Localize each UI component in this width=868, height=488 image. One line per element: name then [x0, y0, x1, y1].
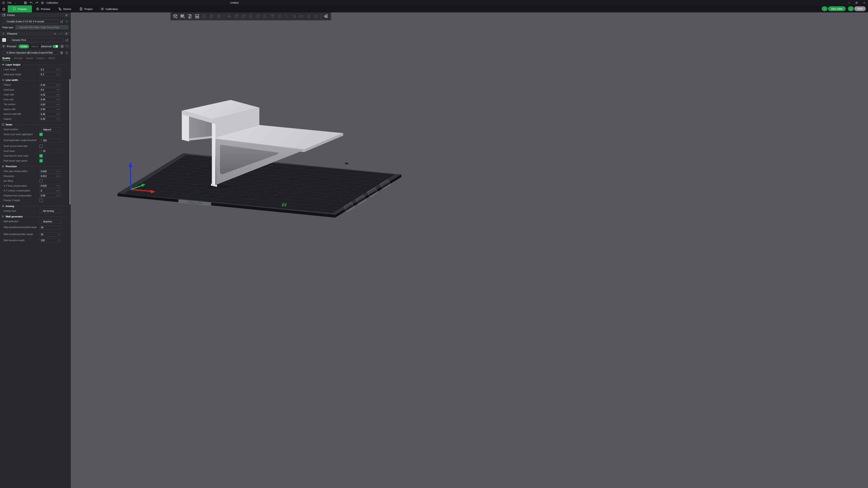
mirror-button[interactable] — [255, 13, 261, 20]
section-header-layer-height[interactable]: Layer height — [0, 62, 71, 67]
param-input[interactable]: 0.012mm — [39, 174, 61, 178]
filament-edit-icon[interactable] — [65, 38, 68, 42]
add-plate-button[interactable] — [179, 13, 186, 20]
scale-button[interactable] — [240, 13, 247, 20]
save-preset-icon[interactable] — [60, 51, 63, 55]
redo-icon[interactable] — [35, 1, 38, 4]
param-input[interactable]: 0.42mm — [39, 102, 61, 106]
advanced-toggle[interactable] — [53, 45, 58, 48]
split-to-parts-button[interactable] — [269, 13, 276, 20]
filament-slot-number[interactable]: 1 — [2, 38, 6, 42]
undo-icon[interactable] — [29, 1, 33, 4]
auto-orient-button[interactable]: AUTO — [187, 13, 193, 20]
printer-edit-icon[interactable] — [60, 20, 63, 23]
param-input[interactable]: 0.05mm — [39, 193, 61, 198]
spinner-arrows[interactable]: ∧∨ — [41, 150, 41, 152]
process-tab-strength[interactable]: Strength — [14, 57, 23, 61]
checkbox-checked[interactable]: ✓ — [39, 154, 43, 158]
param-input[interactable]: 25% — [39, 232, 61, 236]
scope-objects[interactable]: Objects — [29, 44, 41, 48]
printer-settings-gear-icon[interactable] — [64, 13, 68, 17]
measure-button[interactable] — [298, 13, 305, 20]
process-preset-select[interactable]: ⌄ 0.20mm Standard @Creality Ender3V3KE — [2, 51, 58, 55]
cut-button[interactable] — [276, 13, 283, 20]
paste-button[interactable]: P — [208, 13, 215, 20]
search-preset-icon[interactable] — [65, 51, 68, 55]
tab-preview[interactable]: Preview — [32, 5, 54, 12]
param-input[interactable]: 0.42mm — [39, 83, 61, 87]
calibration-crosshair-icon[interactable] — [41, 1, 44, 4]
param-input[interactable]: 0mm — [39, 189, 61, 193]
split-to-objects-button[interactable] — [262, 13, 269, 20]
param-input[interactable]: 0.025mm — [39, 184, 61, 188]
param-input[interactable]: 0.2mm — [39, 68, 61, 72]
home-icon[interactable] — [0, 5, 8, 12]
param-input[interactable]: 0.2mm — [39, 72, 61, 76]
section-header-seam[interactable]: Seam — [0, 122, 71, 127]
tab-prepare[interactable]: Prepare — [8, 5, 32, 12]
param-input[interactable]: 0.42mm — [39, 117, 61, 121]
process-tab-speed[interactable]: Speed — [26, 57, 33, 61]
param-input[interactable]: 0.049mm — [39, 169, 61, 173]
section-header-line-width[interactable]: Line width — [0, 77, 71, 83]
section-header-precision[interactable]: Precision — [0, 164, 71, 169]
arrange-button[interactable] — [194, 13, 201, 20]
process-tab-support[interactable]: Support — [36, 57, 45, 61]
section-header-ironing[interactable]: Ironing — [0, 204, 71, 208]
process-tab-quality[interactable]: Quality — [2, 57, 10, 61]
parameter-list-icon[interactable] — [60, 44, 64, 48]
spinner-arrows[interactable]: ∧∨ — [41, 139, 41, 141]
assembly-view-button[interactable] — [323, 13, 330, 20]
place-on-face-button[interactable] — [247, 13, 254, 20]
chevron-down-icon[interactable]: ⌄ — [14, 1, 17, 4]
support-paint-button[interactable] — [305, 13, 312, 20]
filament-select[interactable]: ⌄ Generic PLA — [8, 38, 63, 42]
plate-type-select[interactable]: ⌄ Smooth PEI Plate / High Temp Plate — [15, 25, 68, 30]
text-button[interactable]: Ta — [283, 13, 290, 20]
param-label: Role-based wipe speed — [4, 160, 39, 162]
section-header-wall-generator[interactable]: Wall generator — [0, 214, 71, 219]
move-button[interactable] — [226, 13, 232, 20]
param-select[interactable]: ⌄Arachne — [39, 220, 61, 224]
add-filament-icon[interactable] — [53, 32, 57, 36]
param-input[interactable]: 0.42mm — [39, 93, 61, 97]
param-label: Wall transitioning filter margin — [4, 233, 39, 236]
process-tab-others[interactable]: Others — [48, 57, 55, 61]
clone-button[interactable]: 0 — [201, 13, 208, 20]
tab-calibration[interactable]: Calibration — [97, 5, 122, 12]
param-select[interactable]: ⌄No ironing — [39, 209, 61, 213]
rotate-button[interactable] — [233, 13, 240, 20]
scrollbar-thumb[interactable] — [69, 79, 70, 204]
parameter-tools-icon[interactable] — [65, 44, 68, 48]
tab-device[interactable]: Device — [54, 5, 75, 12]
calibration-menu[interactable]: Calibration — [46, 1, 58, 4]
param-value: 0.45 — [41, 98, 56, 101]
printer-wifi-icon[interactable] — [65, 20, 68, 23]
scope-global[interactable]: Global — [19, 44, 29, 48]
menu-hamburger-icon[interactable] — [2, 1, 5, 4]
filament-settings-gear-icon[interactable] — [64, 32, 68, 36]
param-input[interactable]: 10° — [39, 225, 61, 229]
checkbox-unchecked[interactable] — [39, 199, 43, 202]
param-input[interactable]: ∧∨155° — [39, 138, 61, 142]
param-select[interactable]: ⌄Aligned — [39, 128, 61, 132]
param-input[interactable]: 0.45mm — [39, 107, 61, 111]
param-input[interactable]: 0.45mm — [39, 112, 61, 116]
checkbox-checked[interactable]: ✓ — [39, 159, 43, 163]
checkbox-unchecked[interactable] — [39, 179, 43, 183]
param-input[interactable]: ∧∨10 — [39, 149, 61, 153]
save-icon[interactable] — [24, 1, 27, 4]
add-model-button[interactable] — [172, 13, 179, 20]
param-input[interactable]: 0.45mm — [39, 97, 61, 101]
seam-paint-button[interactable] — [312, 13, 319, 20]
param-input[interactable]: 100% — [39, 238, 61, 242]
file-menu[interactable]: File — [7, 1, 11, 4]
printer-select[interactable]: ⌄ Creality Ender-3 V3 KE 0.4 nozzle — [2, 19, 58, 24]
param-input[interactable]: 0.5mm — [39, 88, 61, 92]
checkbox-unchecked[interactable] — [39, 144, 43, 148]
object-list-button[interactable] — [215, 13, 222, 20]
color-paint-button[interactable] — [291, 13, 298, 20]
checkbox-checked[interactable]: ✓ — [39, 133, 43, 136]
tab-project[interactable]: Project — [75, 5, 97, 12]
remove-filament-icon[interactable] — [59, 32, 63, 36]
